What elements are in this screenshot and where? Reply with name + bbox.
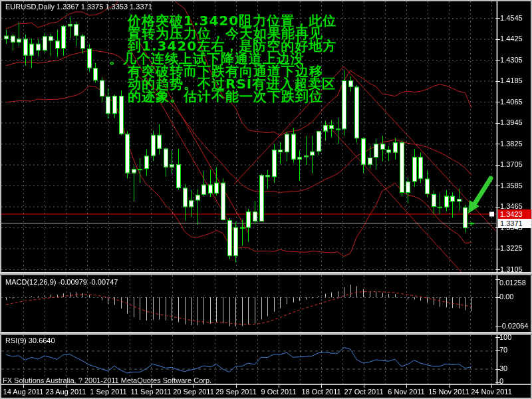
bid-price-tag: 1.3371	[498, 219, 531, 228]
rsi-indicator-label: RSI(9) 30.6640	[5, 336, 55, 344]
date-tick-label: 1 Sep 2011	[90, 388, 126, 396]
price-tick-label: 1.3585	[500, 182, 523, 190]
date-tick-label: 14 Aug 2011	[3, 388, 44, 396]
annotation-text: 价格突破1.3420阻力位置，此位置转为压力位，今天如果能再见到1.3420左右…	[128, 15, 336, 103]
rsi-axis-label: 70	[499, 346, 507, 354]
chart-title: EURUSD,Daily 1.3367 1.3375 1.3353 1.3371	[5, 3, 152, 11]
price-tick-label: 1.3705	[500, 160, 523, 168]
price-tick-label: 1.4185	[500, 76, 523, 84]
date-tick-label: 24 Nov 2011	[471, 388, 512, 396]
macd-axis-label: 0.00	[499, 293, 513, 301]
price-tick-label: 1.4545	[500, 14, 523, 22]
date-tick-label: 6 Nov 2011	[388, 388, 424, 396]
chart-window: EURUSD,Daily 1.3367 1.3375 1.3353 1.3371…	[0, 0, 532, 399]
date-tick-label: 15 Nov 2011	[428, 388, 469, 396]
price-tick-label: 1.3945	[500, 118, 523, 126]
macd-indicator-label: MACD(12,26,9) -0.00979 -0.00747	[5, 278, 118, 286]
date-tick-label: 29 Sep 2011	[215, 388, 257, 396]
price-tick-label: 1.3105	[500, 265, 523, 273]
rsi-axis-label: 100	[499, 333, 511, 341]
price-tick-label: 1.4065	[500, 98, 523, 106]
price-tick-label: 1.3825	[500, 140, 523, 148]
annotation-line: 的迹象。估计不能一次下跌到位	[128, 90, 336, 103]
hline-price-tag: 1.3423	[498, 209, 531, 219]
macd-axis-label: 0.01258	[499, 279, 526, 287]
rsi-axis-label: 0	[499, 377, 503, 385]
price-tick-label: 1.3225	[500, 244, 523, 252]
panel-divider-macd[interactable]	[0, 272, 532, 275]
date-tick-label: 18 Oct 2011	[301, 388, 340, 396]
macd-axis-label: -0.02064	[499, 322, 528, 330]
date-tick-label: 23 Aug 2011	[46, 388, 86, 396]
panel-divider-rsi[interactable]	[0, 332, 532, 335]
rsi-axis-label: 30	[499, 364, 507, 372]
date-tick-label: 11 Sep 2011	[131, 388, 172, 396]
price-tick-label: 1.4305	[500, 56, 523, 64]
copyright-text: FX Solutions Australia, ? 2001-2011 Meta…	[3, 376, 211, 384]
price-tick-label: 1.4425	[500, 35, 523, 43]
date-tick-label: 27 Oct 2011	[344, 388, 383, 396]
date-tick-label: 20 Sep 2011	[173, 388, 214, 396]
date-tick-label: 9 Oct 2011	[261, 388, 297, 396]
